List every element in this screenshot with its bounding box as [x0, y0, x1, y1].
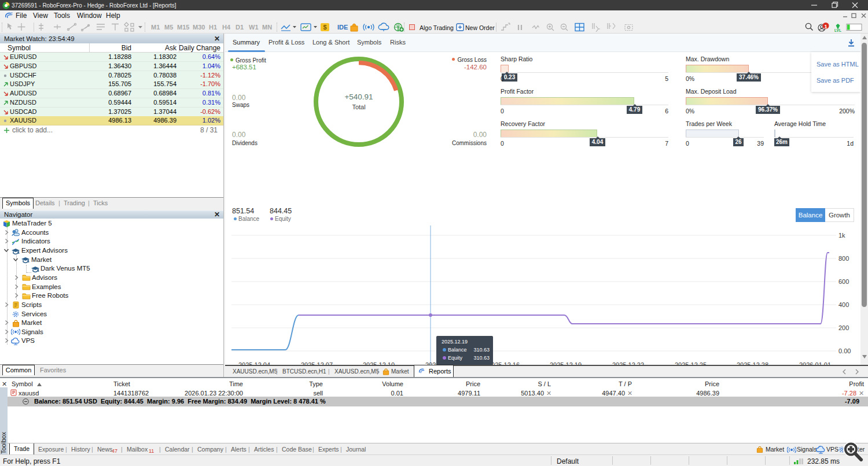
svg-text:200: 200	[838, 324, 849, 331]
svg-text:LVL: LVL	[834, 28, 841, 32]
svg-text:IDE: IDE	[337, 24, 348, 31]
svg-text:+540.91: +540.91	[344, 93, 373, 101]
svg-text:400: 400	[838, 301, 849, 308]
svg-text:1: 1	[824, 24, 827, 29]
svg-text:1k: 1k	[838, 232, 845, 239]
svg-text:800: 800	[838, 255, 849, 262]
svg-text:0.00: 0.00	[838, 347, 851, 354]
svg-text:600: 600	[838, 278, 849, 285]
svg-text:$: $	[323, 24, 326, 31]
svg-text:Total: Total	[352, 103, 365, 110]
